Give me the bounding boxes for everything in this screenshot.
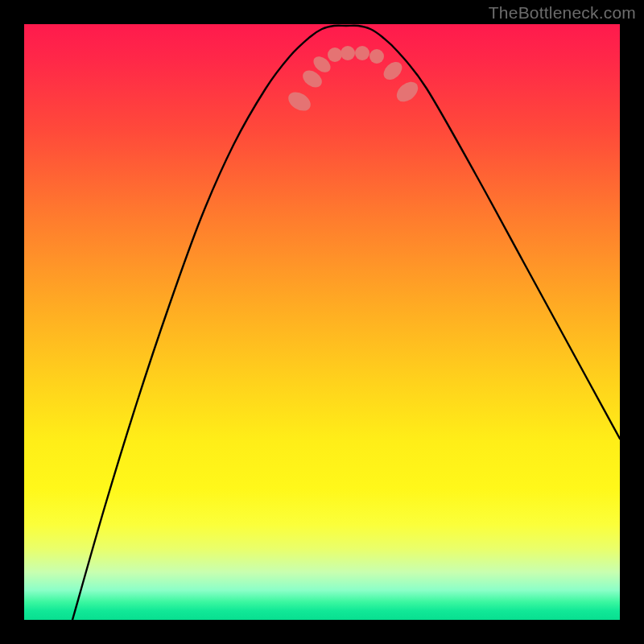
bottleneck-curve-path — [72, 26, 620, 620]
plot-area — [24, 24, 620, 620]
marker-right-upper — [393, 78, 422, 106]
curve-layer — [24, 24, 620, 620]
watermark-text: TheBottleneck.com — [489, 3, 636, 23]
marker-bottom-left — [328, 47, 342, 62]
marker-bottom-mid-right — [355, 46, 369, 60]
marker-bottom-mid-left — [341, 46, 355, 60]
marker-left-upper — [285, 89, 314, 115]
marker-right-lower — [380, 59, 405, 84]
chart-frame: TheBottleneck.com — [0, 0, 644, 644]
bottleneck-curve — [72, 26, 620, 620]
marker-bottom-right — [369, 49, 384, 64]
